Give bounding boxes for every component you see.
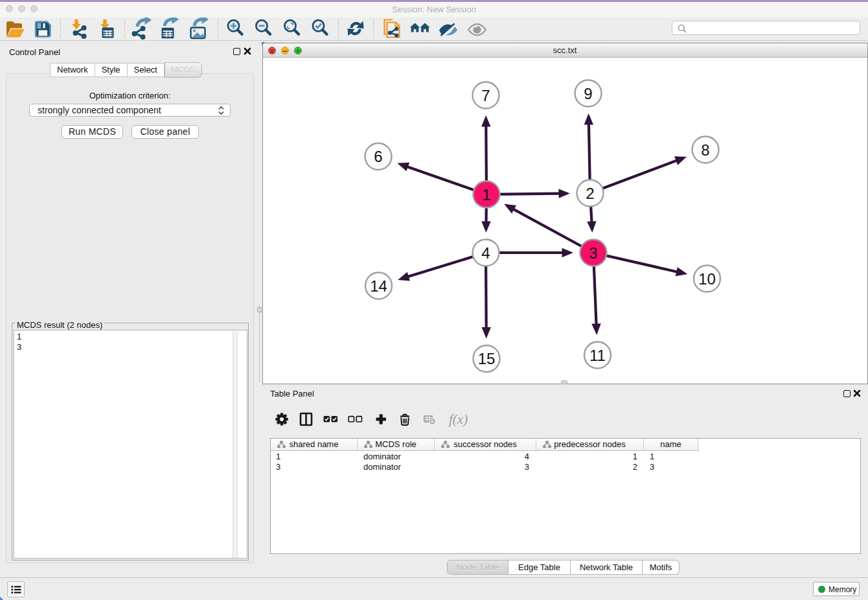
svg-text:2: 2 [586,185,594,202]
svg-text:14: 14 [370,277,387,295]
svg-text:8: 8 [701,141,709,159]
svg-text:10: 10 [698,270,716,288]
svg-text:9: 9 [584,85,592,102]
svg-text:3: 3 [589,244,597,262]
svg-text:4: 4 [481,244,490,262]
svg-text:6: 6 [374,148,382,165]
svg-text:f(x): f(x) [449,411,468,427]
svg-text:11: 11 [589,347,606,364]
svg-text:7: 7 [481,87,490,104]
svg-text:15: 15 [477,350,495,367]
svg-text:1: 1 [482,186,490,203]
